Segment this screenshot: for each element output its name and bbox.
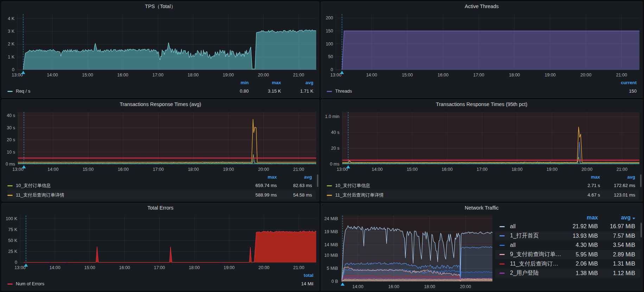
svg-text:50 K: 50 K	[8, 238, 17, 243]
rt-avg-legend: max avg 10_支付订单信息 659.74 ms 82.63 ms 11_…	[2, 173, 319, 201]
legend-scrollbar[interactable]	[640, 174, 642, 187]
svg-text:16:00: 16:00	[442, 167, 453, 172]
svg-text:16:00: 16:00	[118, 167, 129, 172]
series-color-dash	[7, 185, 13, 186]
legend-avg-value: 172.62 ms	[600, 183, 635, 188]
series-color-dash	[327, 91, 332, 92]
svg-text:20 s: 20 s	[331, 146, 339, 151]
legend-max-value: 4.30 MiB	[562, 242, 598, 248]
legend-header-avg[interactable]: avg	[600, 174, 635, 180]
legend-max-value: 4.67 s	[559, 192, 600, 198]
legend-series[interactable]: Req / s	[7, 87, 218, 95]
legend-header-min[interactable]: min	[218, 79, 249, 87]
svg-text:0 ms: 0 ms	[6, 162, 15, 167]
panel-title[interactable]: TPS（Total）	[2, 2, 319, 11]
legend-avg-value: 16.97 MiB	[598, 223, 635, 230]
svg-text:21:00: 21:00	[293, 265, 304, 270]
legend-avg-value: 1.31 MiB	[598, 261, 635, 267]
legend-max-value: 2.06 MiB	[562, 261, 598, 267]
svg-text:40 s: 40 s	[7, 113, 15, 118]
svg-text:0 B: 0 B	[331, 279, 338, 284]
grafana-dashboard: TPS（Total） 01 K2 K3 K4 K13:0014:0015:001…	[0, 0, 644, 292]
errors-chart[interactable]: 025 K50 K75 K100 K13:0014:0015:0016:0017…	[2, 213, 319, 271]
panel-title[interactable]: Transactions Response Times (avg)	[2, 100, 319, 109]
panel-title[interactable]: Network Traffic	[321, 203, 642, 213]
svg-text:21:00: 21:00	[293, 73, 304, 77]
series-color-dash	[499, 273, 505, 274]
legend-row[interactable]: 11_支付后查询订单详情 588.99 ms 54.58 ms	[7, 190, 315, 200]
svg-text:19:00: 19:00	[224, 265, 235, 270]
svg-text:40 s: 40 s	[331, 130, 339, 135]
legend-header-max[interactable]: max	[559, 174, 600, 180]
panel-network-traffic: Network Traffic 0 B5 MiB10 MiB14 MiB19 M…	[321, 203, 643, 291]
svg-text:17:00: 17:00	[152, 73, 163, 77]
panel-title[interactable]: Active Threads	[321, 2, 642, 11]
legend-header-max[interactable]: max	[249, 79, 281, 87]
legend-series[interactable]: Num of Errors	[7, 280, 275, 288]
panel-title[interactable]: Total Errors	[2, 203, 319, 213]
svg-text:15:00: 15:00	[84, 265, 95, 270]
series-color-dash	[7, 91, 13, 92]
svg-text:14:00: 14:00	[49, 265, 60, 270]
legend-max-value: 2.71 s	[559, 183, 600, 188]
legend-header-avg[interactable]: avg	[281, 79, 313, 87]
legend-header-max[interactable]: max	[562, 215, 598, 221]
svg-text:13:00: 13:00	[12, 167, 23, 172]
series-color-dash	[7, 195, 13, 196]
legend-avg-value: 7.57 MiB	[598, 233, 635, 239]
legend-header-avg[interactable]: avg	[277, 174, 312, 180]
legend-row[interactable]: all 21.92 MiB 16.97 MiB	[495, 222, 640, 231]
legend-row[interactable]: 10_支付订单信息 659.74 ms 82.63 ms	[7, 181, 315, 190]
svg-text:0: 0	[12, 67, 14, 72]
svg-text:21:00: 21:00	[293, 167, 304, 172]
svg-text:0 ms: 0 ms	[330, 162, 339, 167]
svg-text:16:00: 16:00	[119, 265, 130, 270]
svg-text:2 K: 2 K	[8, 42, 14, 46]
svg-text:19:00: 19:00	[223, 73, 234, 77]
legend-header-total[interactable]: total	[275, 271, 313, 280]
legend-header-current[interactable]: current	[598, 79, 637, 87]
svg-text:18:00: 18:00	[187, 73, 198, 77]
svg-text:17:00: 17:00	[153, 167, 164, 172]
rt-95pct-chart[interactable]: 0 ms20 s40 s1.0 min13:0014:0015:0016:001…	[321, 109, 642, 173]
svg-text:15:00: 15:00	[407, 167, 417, 172]
svg-text:13:00: 13:00	[337, 167, 347, 172]
svg-text:21:00: 21:00	[617, 167, 627, 172]
legend-row[interactable]: all 4.30 MiB 3.54 MiB	[495, 241, 640, 250]
legend-row[interactable]: 11_支付后查询订单详情 4.67 s 123.01 ms	[327, 190, 639, 200]
legend-header-avg[interactable]: avg	[598, 215, 635, 221]
svg-text:19 MiB: 19 MiB	[324, 229, 338, 234]
svg-text:16:00: 16:00	[117, 73, 128, 77]
legend-row[interactable]: 1_打开首页 13.93 MiB 7.57 MiB	[495, 231, 640, 241]
svg-text:10 s: 10 s	[7, 150, 15, 155]
series-color-dash	[327, 185, 332, 186]
svg-text:20:00: 20:00	[258, 73, 269, 77]
legend-row[interactable]: 11_支付后查询订单详情 2.06 MiB 1.31 MiB	[495, 259, 640, 269]
threads-chart[interactable]: 05010015020013:0014:0015:0016:0017:0018:…	[321, 11, 642, 79]
legend-avg-value: 2.89 MiB	[598, 251, 635, 258]
legend-scrollbar[interactable]	[317, 174, 318, 187]
svg-text:50: 50	[328, 54, 333, 59]
tps-legend: min max avg Req / s 0.80 3.15 K 1.71 K	[2, 79, 319, 98]
rt-avg-chart[interactable]: 0 ms10 s20 s30 s40 s13:0014:0015:0016:00…	[2, 109, 319, 173]
tps-chart[interactable]: 01 K2 K3 K4 K13:0014:0015:0016:0017:0018…	[2, 11, 319, 79]
svg-text:1 K: 1 K	[8, 55, 14, 60]
legend-row[interactable]: 9_支付前查询订单列表 5.95 MiB 2.89 MiB	[495, 250, 640, 260]
panel-rt-95pct: Transactions Response Times (95th pct) 0…	[321, 99, 643, 201]
panel-total-errors: Total Errors 025 K50 K75 K100 K13:0014:0…	[1, 203, 319, 291]
legend-max-value: 659.74 ms	[235, 183, 277, 188]
svg-text:20:00: 20:00	[460, 284, 471, 289]
svg-text:17:00: 17:00	[477, 167, 487, 172]
legend-series[interactable]: Threads	[327, 87, 598, 95]
network-chart[interactable]: 0 B5 MiB10 MiB14 MiB19 MiB24 MiB14:0016:…	[321, 213, 495, 290]
legend-row[interactable]: 10_支付订单信息 2.71 s 172.62 ms	[327, 181, 639, 190]
panel-title[interactable]: Transactions Response Times (95th pct)	[321, 100, 642, 109]
svg-text:20:00: 20:00	[259, 265, 269, 270]
legend-max-value: 21.92 MiB	[562, 223, 598, 230]
legend-avg-value: 54.58 ms	[277, 192, 312, 198]
legend-avg-value: 123.01 ms	[600, 192, 635, 198]
legend-current-value: 150	[598, 87, 637, 95]
legend-header-max[interactable]: max	[235, 174, 277, 180]
legend-scrollbar[interactable]	[640, 223, 642, 237]
legend-row[interactable]: 2_用户登陆 1.38 MiB 1.12 MiB	[495, 269, 640, 278]
